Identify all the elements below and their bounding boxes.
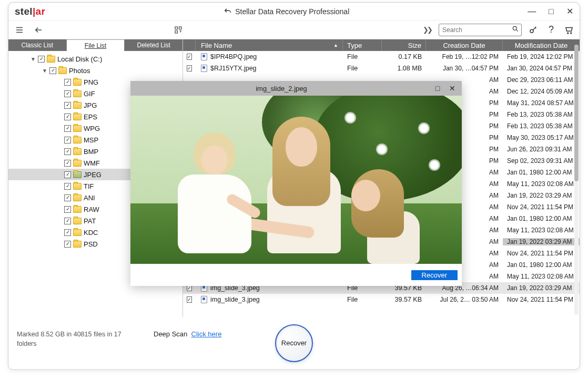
table-row[interactable]: ✓img_slide_3.jpegFile39.57 KBJul 26, 2… … [183,294,580,305]
tree-checkbox[interactable]: ✓ [64,160,71,167]
svg-point-10 [567,33,569,34]
search-box[interactable] [439,24,522,36]
tree-checkbox[interactable]: ✓ [64,79,71,86]
row-checkbox[interactable]: ✓ [187,65,192,71]
tree-checkbox[interactable]: ✓ [49,67,56,74]
window-title-text: Stellar Data Recovery Professional [235,7,349,16]
file-type: File [343,53,382,60]
app-logo: stel|ar [15,6,45,17]
tree-node-local-disk-c-[interactable]: ▼✓Local Disk (C:) [8,53,183,65]
tree-checkbox[interactable]: ✓ [64,90,71,97]
header-checkbox[interactable] [183,39,196,51]
folder-icon [73,206,82,213]
tree-label: MSP [84,136,98,144]
tree-checkbox[interactable]: ✓ [64,206,71,213]
tree-checkbox[interactable]: ✓ [64,194,71,201]
tree-checkbox[interactable]: ✓ [64,241,71,248]
table-row[interactable]: ✓$IPR4BPQ.jpegFile0.17 KBFeb 19, …12:02 … [183,51,580,63]
created-date: Feb 19, …12:02 PM [426,53,503,60]
file-icon [201,65,207,72]
search-icon[interactable] [512,25,519,34]
vertical-scrollbar[interactable] [574,45,579,315]
file-icon [201,296,207,303]
expand-arrow-icon[interactable]: ▼ [42,68,47,74]
tab-file-list[interactable]: File List [67,39,125,51]
tree-node-photos[interactable]: ▼✓Photos [8,65,183,76]
tree-checkbox[interactable]: ✓ [64,114,71,120]
file-type: File [343,65,382,72]
tree-checkbox[interactable]: ✓ [64,171,71,178]
folder-icon [73,171,82,178]
modified-date: Jan 19, 2022 03:29 AM [503,192,580,199]
modified-date: May 11, 2023 02:08 AM [503,273,580,280]
tree-checkbox[interactable]: ✓ [64,229,71,236]
folder-icon [47,56,55,63]
modified-date: Feb 13, 2023 05:38 AM [503,111,580,118]
marked-status: Marked 8.52 GB in 40815 files in 17 fold… [17,325,133,348]
help-icon[interactable]: ? [545,24,557,36]
modified-date: May 30, 2023 05:17 AM [503,134,580,141]
tree-checkbox[interactable]: ✓ [64,148,71,155]
folder-icon [73,125,82,132]
tree-checkbox[interactable]: ✓ [38,56,45,63]
header-created[interactable]: Creation Date [426,39,503,51]
preview-image [130,96,462,264]
header-filename[interactable]: File Name▲ [196,39,343,51]
modified-date: Nov 24, 2021 11:54 PM [503,296,580,303]
minimize-button[interactable]: — [528,7,536,16]
svg-point-7 [513,26,516,30]
window-controls: — □ ✕ [528,7,573,16]
tree-checkbox[interactable]: ✓ [64,102,71,109]
key-icon[interactable] [527,24,540,36]
cart-icon[interactable] [563,24,575,36]
menu-button[interactable] [13,23,26,37]
preview-close-button[interactable]: ✕ [445,84,460,93]
recover-button[interactable]: Recover [275,324,313,362]
view-grid-button[interactable] [171,23,185,37]
modified-date: Dec 29, 2023 06:11 AM [503,76,580,84]
tree-label: BMP [84,148,98,156]
modified-date: Jan 01, 1980 12:00 AM [503,169,580,176]
tree-checkbox[interactable]: ✓ [64,218,71,224]
modified-date: Jan 30, 2024 04:57 PM [503,65,580,72]
modified-date: Jun 26, 2023 09:31 AM [503,146,580,153]
deepscan-link[interactable]: Click here [191,330,222,338]
folder-icon [73,102,82,109]
modified-date: Dec 12, 2024 05:09 AM [503,88,580,95]
scrollbar-thumb[interactable] [574,45,579,181]
preview-maximize-button[interactable]: □ [430,84,445,93]
folder-icon [58,67,67,74]
tree-label: JPG [84,101,97,109]
tree-checkbox[interactable]: ✓ [64,183,71,190]
maximize-button[interactable]: □ [549,7,554,16]
close-button[interactable]: ✕ [566,7,573,16]
row-checkbox[interactable]: ✓ [187,296,192,303]
search-input[interactable] [442,26,512,34]
svg-point-11 [571,33,572,34]
tab-deleted-list[interactable]: Deleted List [125,39,183,51]
table-row[interactable]: ✓$RJ15YTX.jpegFile1.08 MBJan 30, …04:57 … [183,63,580,74]
tree-checkbox[interactable]: ✓ [64,137,71,143]
preview-titlebar[interactable]: img_slide_2.jpeg □ ✕ [130,81,462,96]
preview-recover-button[interactable]: Recover [411,270,458,280]
file-name: img_slide_3.jpeg [210,296,260,303]
expand-arrow-icon[interactable]: ▼ [31,56,36,62]
folder-icon [73,114,82,120]
folder-icon [73,229,82,236]
undo-icon [224,7,232,16]
tree-label: WPG [84,125,100,132]
modified-date: Feb 19, 2024 12:02 PM [503,53,580,60]
expand-chevron-icon[interactable]: ❯❯ [423,26,431,34]
row-checkbox[interactable]: ✓ [187,54,192,60]
footer: Marked 8.52 GB in 40815 files in 17 fold… [8,317,580,368]
tree-label: Local Disk (C:) [57,55,102,63]
header-size[interactable]: Size [382,39,426,51]
tree-checkbox[interactable]: ✓ [64,125,71,132]
tab-classic-list[interactable]: Classic List [8,39,67,51]
back-button[interactable] [32,23,45,37]
file-name: $RJ15YTX.jpeg [210,65,257,72]
header-modified[interactable]: Modification Date [503,39,580,51]
modified-date: Feb 13, 2023 05:38 AM [503,122,580,130]
tree-label: PNG [84,78,98,86]
header-type[interactable]: Type [343,39,382,51]
